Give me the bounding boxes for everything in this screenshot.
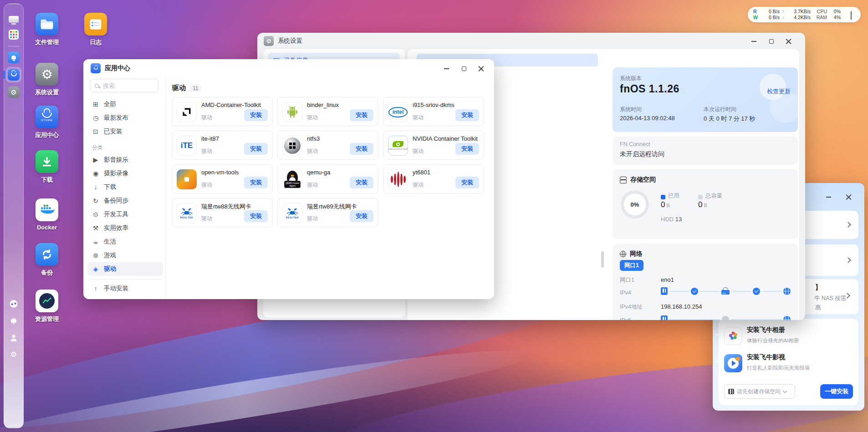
install-video-title: 安装飞牛影视 bbox=[747, 353, 785, 361]
desktop-icon-backup[interactable]: 备份 bbox=[24, 243, 70, 277]
driver-card-qemu-ga[interactable]: QEMU Guest Agent qemu-ga 驱动 安装 bbox=[277, 164, 378, 193]
nav-item-dev-tools[interactable]: ⊙开发工具 bbox=[87, 208, 163, 221]
hdd-count: HDD 13 bbox=[661, 216, 682, 223]
dock-user-button[interactable] bbox=[10, 335, 17, 341]
maximize-button[interactable] bbox=[461, 66, 467, 71]
dock-desktop-button[interactable] bbox=[9, 16, 19, 23]
nvidia-logo-icon: nvidia-container-toolkit bbox=[388, 136, 408, 156]
install-button[interactable]: 安装 bbox=[350, 177, 373, 188]
install-button[interactable]: 安装 bbox=[244, 109, 268, 121]
driver-card-ntfs3[interactable]: ntfs3 驱动 安装 bbox=[277, 131, 378, 160]
chart-icon bbox=[36, 290, 58, 312]
bulb-icon bbox=[8, 51, 20, 63]
desktop-icon-system-settings[interactable]: ⚙ 系统设置 bbox=[24, 63, 70, 97]
install-button[interactable]: 安装 bbox=[244, 143, 268, 155]
nav-item-backup-sync[interactable]: ↻备份同步 bbox=[87, 194, 163, 208]
system-stats-pill: R 0 B/s ↑ 3.7KB/s CPU 0% W 0 B/s ↓ 4.2KB… bbox=[748, 7, 861, 22]
install-button[interactable]: 安装 bbox=[244, 210, 268, 222]
gear-icon: ⚙ bbox=[36, 63, 58, 86]
nav-item-games[interactable]: ⊚游戏 bbox=[87, 249, 163, 262]
desktop-icon-app-center[interactable]: STORE 应用中心 bbox=[24, 106, 70, 139]
minimize-button[interactable] bbox=[751, 38, 757, 44]
install-button[interactable]: 安装 bbox=[455, 143, 479, 155]
driver-card-i915-sriov-dkms[interactable]: intel i915-sriov-dkms 驱动 安装 bbox=[383, 97, 484, 126]
desktop-icon-resource-monitor[interactable]: 资源管理 bbox=[24, 290, 70, 323]
install-button[interactable]: 安装 bbox=[244, 177, 268, 188]
driver-card-nvidia-container-toolkit[interactable]: nvidia-container-toolkit NVIDIA Containe… bbox=[383, 131, 484, 160]
install-photos-desc: 体验行业领先的AI相册 bbox=[747, 337, 799, 344]
nav-item-manual-install[interactable]: ↑手动安装 bbox=[87, 282, 163, 295]
install-button[interactable]: 安装 bbox=[455, 109, 479, 121]
dock-settings-button[interactable]: ⚙ bbox=[10, 350, 17, 359]
grid-icon: ⊞ bbox=[92, 101, 99, 108]
install-button[interactable]: 安装 bbox=[350, 143, 373, 155]
chevron-right-icon bbox=[845, 257, 851, 263]
gear-icon: ⚙ bbox=[264, 36, 274, 46]
storage-select-dropdown[interactable]: 请先创建存储空间 bbox=[724, 384, 795, 399]
nav-item-download[interactable]: ↓下载 bbox=[87, 180, 163, 194]
installed-icon: ⊡ bbox=[92, 128, 99, 135]
desktop-icon-download[interactable]: 下载 bbox=[24, 150, 70, 184]
search-box bbox=[90, 79, 158, 92]
nav-item-installed[interactable]: ⊡已安装 bbox=[87, 125, 163, 138]
nav-item-productivity[interactable]: ⚒实用效率 bbox=[87, 221, 163, 235]
port-value: eno1 bbox=[661, 276, 674, 283]
app-store-icon bbox=[8, 69, 20, 81]
desktop-icon-logs[interactable]: 日志 bbox=[73, 13, 118, 46]
install-button[interactable]: 安装 bbox=[350, 109, 373, 121]
system-version-card: 系统版本 fnOS 1.1.26 检查更新 系统时间 2026-04-13 09… bbox=[613, 67, 798, 132]
app-grid-icon bbox=[9, 30, 19, 40]
desktop-icon-file-manager[interactable]: 文件管理 bbox=[24, 13, 70, 46]
transfer-icon bbox=[10, 300, 18, 308]
qemu-penguin-icon: QEMU Guest Agent bbox=[282, 169, 302, 189]
check-update-link[interactable]: 检查更新 bbox=[767, 87, 791, 96]
one-click-install-button[interactable]: 一键安装 bbox=[820, 384, 853, 399]
nav-item-latest[interactable]: ◷最新发布 bbox=[87, 111, 163, 125]
system-time-label: 系统时间 bbox=[620, 106, 642, 113]
driver-card-yt6801[interactable]: yt6801 驱动 安装 bbox=[383, 164, 484, 193]
nav-item-photography[interactable]: ◉摄影录像 bbox=[87, 167, 163, 180]
close-button[interactable] bbox=[846, 194, 852, 200]
nav-item-life[interactable]: ☕生活 bbox=[87, 235, 163, 249]
video-icon: ▶ bbox=[92, 156, 99, 163]
upload-icon: ↑ bbox=[92, 285, 99, 292]
maximize-button[interactable] bbox=[768, 38, 774, 44]
uptime-value: 0 天 0 时 7 分 17 秒 bbox=[704, 115, 755, 123]
fn-connect-status: 未开启远程访问 bbox=[620, 150, 664, 158]
chevron-down-icon bbox=[783, 389, 787, 393]
port1-tab[interactable]: 网口1 bbox=[620, 260, 643, 271]
vmware-logo-icon bbox=[177, 169, 197, 189]
dock-app-center-app[interactable] bbox=[8, 69, 20, 81]
dock-app-launcher-button[interactable] bbox=[9, 30, 19, 40]
desktop-icon-docker[interactable]: Docker bbox=[24, 198, 70, 231]
storage-icon bbox=[620, 177, 627, 183]
driver-card-open-vm-tools[interactable]: open-vm-tools 驱动 安装 bbox=[172, 164, 273, 193]
driver-card-amd-container-toolkit[interactable]: AMD-Container-Toolkit 驱动 安装 bbox=[172, 97, 273, 126]
app-center-nav: ⊞全部 ◷最新发布 ⊡已安装 分类 ▶影音娱乐 ◉摄影录像 ↓下载 ↻备份同步 … bbox=[87, 97, 163, 295]
minimize-button[interactable] bbox=[826, 194, 832, 200]
close-button[interactable] bbox=[478, 66, 484, 71]
system-time-value: 2026-04-13 09:02:48 bbox=[620, 115, 675, 122]
search-input[interactable] bbox=[102, 82, 148, 90]
minimize-button[interactable] bbox=[444, 66, 449, 71]
install-button[interactable]: 安装 bbox=[350, 210, 373, 222]
install-button[interactable]: 安装 bbox=[455, 177, 479, 188]
bell-icon bbox=[11, 318, 16, 323]
nav-item-drivers[interactable]: ◈驱动 bbox=[87, 262, 163, 276]
dock-notifications-button[interactable] bbox=[11, 318, 16, 323]
nav-item-media[interactable]: ▶影音娱乐 bbox=[87, 153, 163, 167]
chevron-down-icon[interactable] bbox=[851, 11, 856, 18]
used-value: 0B bbox=[661, 200, 670, 209]
nav-item-all[interactable]: ⊞全部 bbox=[87, 97, 163, 111]
ntfs-disc-icon bbox=[282, 136, 302, 156]
scrollbar-thumb[interactable] bbox=[601, 251, 604, 268]
driver-card-rtw89-wifi[interactable]: REALTEK 瑞昱rtw89无线网卡 驱动 安装 bbox=[277, 198, 378, 227]
driver-card-rtw88-wifi[interactable]: REALTEK 瑞昱rtw88无线网卡 驱动 安装 bbox=[172, 198, 273, 227]
driver-card-ite-it87[interactable]: iTE ite-it87 驱动 安装 bbox=[172, 131, 273, 160]
dock-transfer-button[interactable] bbox=[10, 300, 18, 308]
close-button[interactable] bbox=[786, 38, 791, 44]
driver-card-binder-linux[interactable]: binder_linux 驱动 安装 bbox=[277, 97, 378, 126]
briefcase-icon: ⚒ bbox=[92, 224, 99, 232]
dock-assistant-app[interactable] bbox=[8, 51, 20, 63]
dock-settings-app[interactable]: ⚙ bbox=[8, 86, 20, 98]
